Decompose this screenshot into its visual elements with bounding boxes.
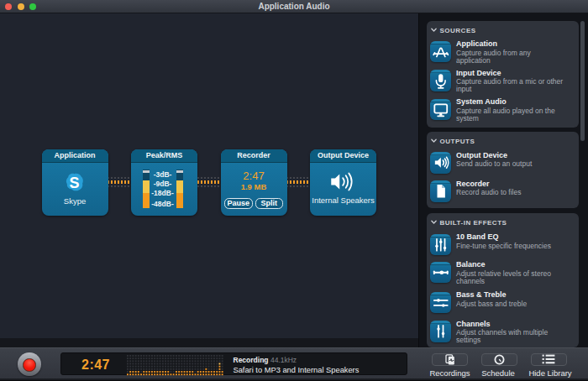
svg-text:S: S bbox=[69, 175, 79, 191]
